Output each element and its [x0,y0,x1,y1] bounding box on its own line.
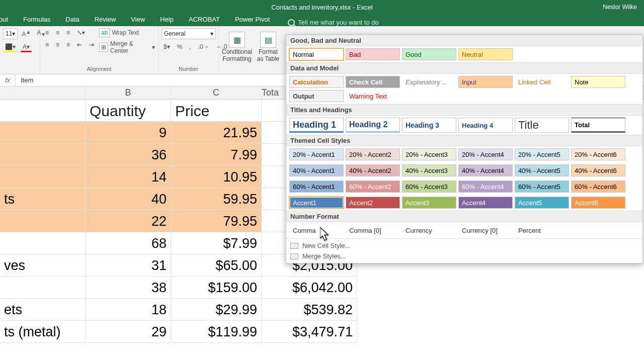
tab-acrobat[interactable]: ACROBAT [187,14,222,26]
cell[interactable]: 22 [86,210,171,232]
number-format-dropdown[interactable]: General▾ [162,28,216,39]
cell[interactable]: 79.95 [171,210,262,232]
style-swatch[interactable]: 40% - Accent4 [458,164,513,176]
tab-data[interactable]: Data [63,14,81,26]
col-header-b[interactable]: B [86,86,171,99]
style-swatch[interactable]: Input [458,76,513,88]
style-swatch[interactable]: 20% - Accent1 [289,148,344,160]
style-swatch[interactable]: Accent4 [458,197,513,209]
cell[interactable]: 21.95 [171,122,262,144]
new-cell-style-button[interactable]: New Cell Style... [290,242,638,249]
decrease-indent-button[interactable]: ⇤ [75,40,84,49]
cell[interactable]: 9 [86,122,171,144]
increase-decimal-button[interactable]: .0→ [196,42,211,51]
style-swatch[interactable]: 20% - Accent4 [458,148,513,160]
style-swatch[interactable]: Note [571,76,625,88]
user-name[interactable]: Nestor Wilke [603,4,637,11]
style-swatch[interactable]: Comma [289,224,344,236]
style-swatch[interactable]: Normal [289,48,344,60]
style-swatch[interactable]: Warning Text [346,90,400,102]
style-swatch[interactable]: Accent6 [571,197,625,209]
style-swatch[interactable]: 60% - Accent3 [402,180,456,193]
tab-review[interactable]: Review [93,14,118,26]
increase-indent-button[interactable]: ⇥ [87,40,96,49]
style-swatch[interactable]: Explanatory ... [402,76,456,88]
style-swatch[interactable]: Check Cell [346,76,400,88]
font-color-button[interactable]: A▾ [21,42,32,52]
cell[interactable] [0,166,86,188]
cell[interactable]: 36 [86,144,171,166]
cell[interactable]: 68 [86,232,171,254]
style-swatch[interactable]: Heading 4 [458,118,513,133]
style-swatch[interactable]: 60% - Accent6 [571,180,625,193]
cell[interactable]: 40 [86,188,171,210]
fx-icon[interactable]: fx [0,74,16,86]
style-swatch[interactable]: Linked Cell [515,76,569,88]
style-swatch[interactable]: Output [289,90,344,102]
style-swatch[interactable]: Heading 1 [289,118,344,133]
style-swatch[interactable]: 20% - Accent2 [346,148,400,160]
merge-styles-button[interactable]: Merge Styles... [290,252,638,260]
header-cell-item[interactable] [0,100,86,122]
style-swatch[interactable]: 40% - Accent6 [571,164,625,176]
tab-formulas[interactable]: Formulas [21,14,52,26]
style-swatch[interactable]: 40% - Accent5 [515,164,569,176]
percent-button[interactable]: % [175,42,185,51]
cell[interactable]: $159.00 [171,277,262,299]
cell[interactable] [0,144,86,166]
grow-font-button[interactable]: A▲ [20,28,33,39]
style-swatch[interactable]: 60% - Accent2 [346,180,400,193]
comma-button[interactable]: , [187,42,193,51]
style-swatch[interactable]: Currency [0] [458,224,513,236]
style-swatch[interactable]: Accent5 [515,197,569,209]
align-top-button[interactable]: ≡ [43,28,51,37]
cell[interactable]: $3,479.71 [262,321,357,343]
cell[interactable]: $6,042.00 [262,277,357,299]
cell[interactable]: ves [0,254,86,277]
tab-view[interactable]: View [129,14,147,26]
cell[interactable] [0,210,86,232]
header-cell-quantity[interactable]: Quantity [86,100,171,122]
style-swatch[interactable]: Bad [346,48,400,60]
style-swatch[interactable]: Accent1 [289,197,344,209]
style-swatch[interactable]: Total [571,118,625,133]
cell[interactable]: $119.99 [171,321,262,343]
cell[interactable]: 10.95 [171,166,262,188]
style-swatch[interactable]: 40% - Accent1 [289,164,344,176]
tab-layout[interactable]: out [0,14,10,26]
style-swatch[interactable]: Percent [515,224,569,236]
style-swatch[interactable]: Comma [0] [346,224,400,236]
tab-power-pivot[interactable]: Power Pivot [233,14,272,26]
style-swatch[interactable]: 60% - Accent4 [458,180,513,193]
currency-button[interactable]: $▾ [162,42,172,51]
style-swatch[interactable]: 60% - Accent1 [289,180,344,193]
cell[interactable]: $65.00 [171,254,262,277]
style-swatch[interactable]: Heading 2 [346,118,400,133]
cell[interactable]: 38 [86,277,171,299]
cell[interactable]: $29.99 [171,299,262,321]
cell[interactable]: 29 [86,321,171,343]
style-swatch[interactable]: Currency [402,224,456,236]
cell[interactable] [0,277,86,299]
style-swatch[interactable]: Accent3 [402,197,456,209]
cell[interactable]: $7.99 [171,232,262,254]
align-bottom-button[interactable]: ≡ [64,28,72,37]
tell-me-search[interactable]: Tell me what you want to do [288,19,378,26]
style-swatch[interactable]: 20% - Accent6 [571,148,625,160]
align-left-button[interactable]: ≡ [43,40,51,49]
style-swatch[interactable]: Accent2 [346,197,400,209]
style-swatch[interactable]: 40% - Accent3 [402,164,456,176]
style-swatch[interactable]: 60% - Accent5 [515,180,569,193]
tab-help[interactable]: Help [158,14,176,26]
align-center-button[interactable]: ≡ [54,40,61,49]
style-swatch[interactable]: Neutral [458,48,513,60]
cell[interactable]: 7.99 [171,144,262,166]
cell[interactable]: ts [0,188,86,210]
style-swatch[interactable]: Calculation [289,76,344,88]
conditional-formatting-button[interactable]: ▦ Conditional Formatting [222,28,252,66]
style-swatch[interactable]: 20% - Accent3 [402,148,456,160]
style-swatch[interactable]: Heading 3 [402,118,456,133]
cell[interactable]: ts (metal) [0,321,86,343]
style-swatch[interactable]: Title [515,118,569,133]
fill-color-button[interactable]: ⬛▾ [3,42,18,52]
